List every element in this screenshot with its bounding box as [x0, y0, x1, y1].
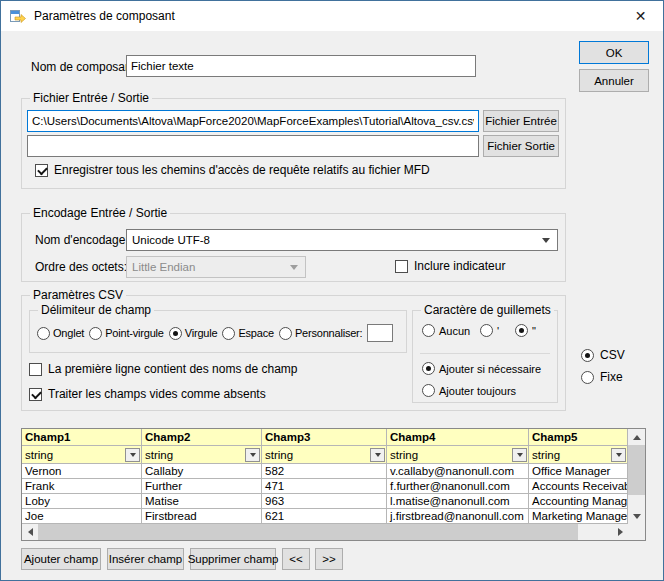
- radio-semicolon-label: Point-virgule: [105, 327, 164, 339]
- type-cell[interactable]: string: [387, 446, 529, 464]
- csv-settings-group-title: Paramètres CSV: [30, 288, 126, 302]
- output-file-path-field[interactable]: [27, 135, 479, 157]
- insert-field-button[interactable]: Insérer champ: [107, 548, 184, 570]
- grid-cell[interactable]: Joe: [22, 509, 142, 524]
- scroll-right-icon[interactable]: [612, 524, 628, 540]
- move-left-button[interactable]: <<: [282, 548, 310, 570]
- scroll-down-icon[interactable]: [628, 508, 645, 524]
- scrollbar-thumb[interactable]: [628, 445, 645, 495]
- empty-as-absent-checkbox[interactable]: Traiter les champs vides comme absents: [29, 387, 266, 401]
- type-cell[interactable]: string: [22, 446, 142, 464]
- column-header[interactable]: Champ1: [22, 429, 142, 446]
- radio-tab-label: Onglet: [53, 327, 84, 339]
- radio-tab[interactable]: Onglet: [37, 327, 84, 340]
- grid-cell[interactable]: v.callaby@nanonull.com: [387, 464, 529, 479]
- grid-cell[interactable]: Marketing Manager: [529, 509, 628, 524]
- scrollbar-thumb[interactable]: [38, 524, 578, 540]
- cancel-button[interactable]: Annuler: [579, 69, 649, 92]
- encoding-name-dropdown[interactable]: Unicode UTF-8: [126, 229, 558, 251]
- grid-cell[interactable]: Vernon: [22, 464, 142, 479]
- column-header[interactable]: Champ5: [529, 429, 628, 446]
- chevron-down-icon[interactable]: [512, 448, 527, 462]
- save-relative-paths-checkbox[interactable]: Enregistrer tous les chemins d'accès de …: [35, 163, 430, 177]
- grid-cell[interactable]: 621: [262, 509, 387, 524]
- encoding-group-title: Encodage Entrée / Sortie: [30, 206, 170, 220]
- grid-cell[interactable]: f.further@nanonull.com: [387, 479, 529, 494]
- radio-icon: [581, 371, 594, 384]
- radio-quote-double[interactable]: ": [515, 324, 536, 337]
- radio-quote-single[interactable]: ': [480, 324, 499, 337]
- byte-order-value: Little Endian: [132, 261, 195, 273]
- type-value: string: [25, 449, 53, 461]
- chevron-down-icon[interactable]: [125, 448, 140, 462]
- radio-format-fixed[interactable]: Fixe: [581, 370, 623, 384]
- grid-cell[interactable]: Firstbread: [142, 509, 262, 524]
- radio-custom[interactable]: Personnaliser:: [279, 327, 363, 340]
- move-right-button[interactable]: >>: [315, 548, 343, 570]
- type-row: string string string string string: [22, 446, 628, 464]
- ok-button[interactable]: OK: [579, 41, 649, 64]
- type-cell[interactable]: string: [529, 446, 628, 464]
- add-field-button[interactable]: Ajouter champ: [21, 548, 101, 570]
- radio-space[interactable]: Espace: [222, 327, 274, 340]
- close-button[interactable]: ✕: [618, 1, 663, 31]
- grid-cell[interactable]: 963: [262, 494, 387, 509]
- delimiter-options: Onglet Point-virgule Virgule Espace Pers…: [37, 324, 393, 342]
- table-row: Loby Matise 963 l.matise@nanonull.com Ac…: [22, 494, 628, 509]
- grid-cell[interactable]: Further: [142, 479, 262, 494]
- radio-icon: [222, 327, 235, 340]
- radio-comma[interactable]: Virgule: [169, 327, 218, 340]
- column-header[interactable]: Champ4: [387, 429, 529, 446]
- radio-format-csv[interactable]: CSV: [581, 348, 625, 362]
- radio-format-csv-label: CSV: [600, 348, 625, 362]
- radio-format-fixed-label: Fixe: [600, 370, 623, 384]
- grid-cell[interactable]: Callaby: [142, 464, 262, 479]
- checkbox-icon: [395, 260, 408, 273]
- output-file-button[interactable]: Fichier Sortie: [483, 135, 559, 157]
- grid-cell[interactable]: j.firstbread@nanonull.com: [387, 509, 529, 524]
- radio-icon: [89, 327, 102, 340]
- chevron-down-icon[interactable]: [370, 448, 385, 462]
- column-header[interactable]: Champ3: [262, 429, 387, 446]
- horizontal-scrollbar[interactable]: [22, 524, 628, 540]
- component-settings-dialog: Paramètres de composant ✕ Nom de composa…: [0, 0, 664, 581]
- radio-quote-single-label: ': [497, 325, 499, 337]
- encoding-name-label: Nom d'encodage:: [35, 233, 129, 247]
- grid-cell[interactable]: Matise: [142, 494, 262, 509]
- radio-add-always[interactable]: Ajouter toujours: [422, 384, 516, 397]
- grid-cell[interactable]: Accounts Receivable: [529, 479, 628, 494]
- grid-cell[interactable]: 582: [262, 464, 387, 479]
- radio-add-if-needed[interactable]: Ajouter si nécessaire: [422, 362, 541, 375]
- type-cell[interactable]: string: [262, 446, 387, 464]
- grid-cell[interactable]: Office Manager: [529, 464, 628, 479]
- delete-field-button[interactable]: Supprimer champ: [190, 548, 276, 570]
- radio-semicolon[interactable]: Point-virgule: [89, 327, 164, 340]
- chevron-down-icon[interactable]: [245, 448, 260, 462]
- grid-cell[interactable]: Loby: [22, 494, 142, 509]
- chevron-down-icon[interactable]: [611, 448, 626, 462]
- grid-cell[interactable]: Frank: [22, 479, 142, 494]
- column-header[interactable]: Champ2: [142, 429, 262, 446]
- component-name-input[interactable]: [126, 55, 476, 77]
- first-row-names-checkbox[interactable]: La première ligne contient des noms de c…: [29, 362, 297, 376]
- type-value: string: [532, 449, 560, 461]
- vertical-scrollbar[interactable]: [628, 429, 645, 524]
- checkbox-icon: [29, 363, 42, 376]
- grid-cell[interactable]: l.matise@nanonull.com: [387, 494, 529, 509]
- radio-quote-none-label: Aucun: [439, 325, 470, 337]
- input-file-path-field[interactable]: [27, 110, 479, 132]
- table-row: Vernon Callaby 582 v.callaby@nanonull.co…: [22, 464, 628, 479]
- input-file-button[interactable]: Fichier Entrée: [483, 110, 559, 132]
- first-row-names-label: La première ligne contient des noms de c…: [48, 362, 297, 376]
- grid-cell[interactable]: 471: [262, 479, 387, 494]
- type-cell[interactable]: string: [142, 446, 262, 464]
- scroll-left-icon[interactable]: [22, 524, 38, 540]
- radio-quote-none[interactable]: Aucun: [422, 324, 470, 337]
- grid-cell[interactable]: Accounting Manager: [529, 494, 628, 509]
- delimiter-group-title: Délimiteur de champ: [38, 303, 154, 317]
- scroll-up-icon[interactable]: [628, 429, 645, 445]
- byte-order-dropdown: Little Endian: [126, 256, 306, 278]
- custom-delimiter-input[interactable]: [367, 324, 393, 342]
- include-bom-checkbox[interactable]: Inclure indicateur: [395, 259, 505, 273]
- dialog-title: Paramètres de composant: [34, 9, 175, 23]
